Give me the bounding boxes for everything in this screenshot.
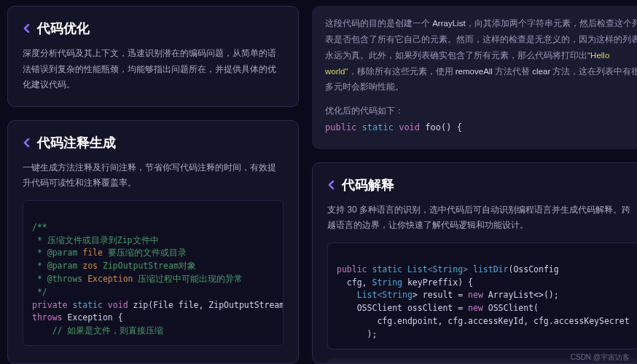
card-code-explain: 代码解释 支持 30 多种语言的识别，选中代码后可自动识别编程语言并生成代码解释… (312, 162, 637, 364)
watermark: CSDN @宇宙访客 (571, 352, 630, 363)
card-title: 代码注释生成 (37, 134, 116, 151)
code-block: public static List<String> listDir(OssCo… (327, 242, 637, 349)
card-header: 代码优化 (23, 20, 284, 37)
card-code-optimize: 代码优化 深度分析代码及其上下文，迅速识别潜在的编码问题，从简单的语法错误到复杂… (7, 6, 299, 107)
explanation-panel: 这段代码的目的是创建一个 ArrayList，向其添加两个字符串元素，然后检查这… (312, 6, 637, 149)
card-code-comment: 代码注释生成 一键生成方法注释及行间注释，节省你写代码注释的时间，有效提升代码可… (7, 120, 299, 364)
card-title: 代码解释 (342, 176, 394, 194)
card-desc: 一键生成方法注释及行间注释，节省你写代码注释的时间，有效提升代码可读性和注释覆盖… (23, 160, 284, 191)
code-block: /** * 压缩文件或目录到Zip文件中 * @param file 要压缩的文… (23, 200, 284, 346)
after-opt-label: 优化后的代码如下： (325, 106, 404, 116)
card-desc: 支持 30 多种语言的识别，选中代码后可自动识别编程语言并生成代码解释。跨越语言… (327, 202, 637, 234)
chevron-icon (23, 138, 31, 147)
card-desc: 深度分析代码及其上下文，迅速识别潜在的编码问题，从简单的语法错误到复杂的性能瓶颈… (23, 46, 284, 93)
chevron-icon (327, 181, 336, 189)
chevron-icon (23, 24, 31, 33)
card-title: 代码优化 (37, 20, 90, 37)
card-header: 代码解释 (327, 176, 637, 194)
card-header: 代码注释生成 (23, 134, 284, 151)
